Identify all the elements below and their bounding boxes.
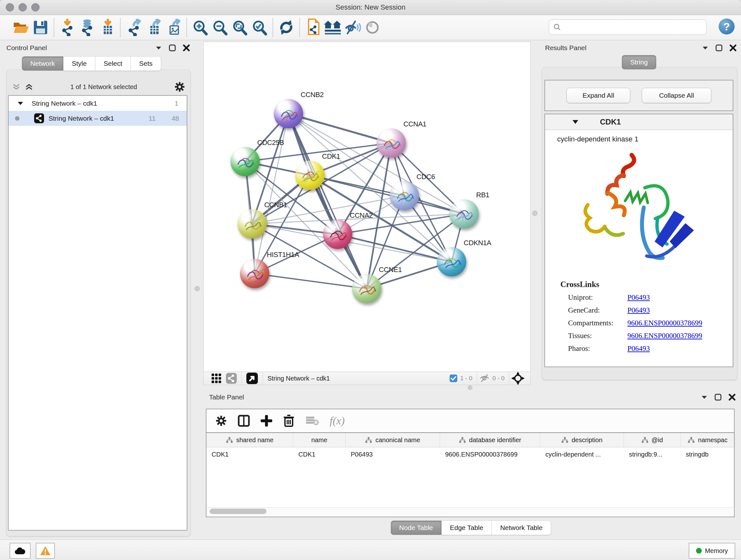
warnings-button[interactable] — [36, 543, 55, 559]
horizontal-splitter-handle[interactable] — [468, 385, 472, 390]
close-panel-icon[interactable] — [183, 44, 190, 51]
zoom-out-button[interactable] — [210, 17, 230, 37]
show-columns-icon[interactable] — [238, 415, 250, 427]
tab-style[interactable]: Style — [64, 56, 95, 71]
network-node-CCNB2[interactable] — [274, 99, 303, 128]
tree-expander-icon[interactable] — [17, 101, 23, 106]
grid-view-icon[interactable] — [211, 373, 221, 383]
zoom-fit-button[interactable] — [230, 17, 250, 37]
table-cell[interactable]: P06493 — [346, 447, 440, 461]
network-node-CDK1[interactable] — [295, 161, 325, 190]
crosslink-value-link[interactable]: P06493 — [627, 306, 650, 314]
column-header--id[interactable]: @id — [624, 433, 681, 447]
network-row[interactable]: String Network – cdk1 11 48 — [9, 111, 187, 126]
search-input[interactable] — [549, 19, 706, 35]
left-splitter-handle[interactable] — [195, 286, 200, 291]
column-header-shared-name[interactable]: shared name — [206, 433, 293, 447]
table-cell[interactable]: cyclin-dependent ... — [540, 447, 624, 461]
expand-all-button[interactable]: Expand All — [566, 88, 630, 103]
close-panel-icon[interactable] — [730, 44, 737, 51]
network-node-CDC6[interactable] — [390, 181, 419, 210]
gray-eye-button[interactable] — [362, 17, 382, 37]
zoom-in-button[interactable] — [190, 17, 210, 37]
network-collection-row[interactable]: String Network – cdk1 1 — [9, 96, 187, 111]
close-panel-icon[interactable] — [729, 394, 736, 401]
open-session-button[interactable] — [11, 17, 30, 37]
column-header-name[interactable]: name — [293, 433, 346, 447]
table-cell[interactable]: stringdb:9... — [624, 447, 681, 461]
export-table-button[interactable] — [144, 17, 163, 37]
network-edge-CCNB2-CCNA1[interactable] — [288, 114, 391, 143]
network-edge-CCNB2-CCNE1[interactable] — [288, 114, 367, 289]
help-button[interactable]: ? — [719, 18, 735, 35]
selected-checkbox-icon[interactable] — [449, 374, 458, 382]
import-table-button[interactable] — [97, 17, 117, 37]
network-node-CDC25B[interactable] — [230, 147, 260, 176]
table-gear-icon[interactable] — [215, 415, 227, 427]
crosslink-value-link[interactable]: P06493 — [627, 294, 650, 302]
right-splitter-handle[interactable] — [532, 211, 537, 216]
table-row[interactable]: CDK1CDK1P064939606.ENSP00000378699cyclin… — [206, 447, 734, 461]
birdseye-view-icon[interactable] — [246, 372, 258, 384]
network-node-CCNE1[interactable] — [352, 274, 381, 303]
add-column-icon[interactable] — [261, 415, 272, 427]
save-session-button[interactable] — [30, 17, 51, 37]
delete-column-icon[interactable] — [283, 415, 294, 427]
cloud-button[interactable] — [10, 543, 30, 559]
panel-menu-icon[interactable] — [702, 46, 709, 50]
tab-node-table[interactable]: Node Table — [391, 520, 442, 535]
hide-panels-button[interactable] — [343, 17, 362, 37]
tab-edge-table[interactable]: Edge Table — [442, 520, 492, 535]
panel-menu-icon[interactable] — [155, 46, 162, 50]
expand-all-icon[interactable] — [25, 83, 33, 91]
float-panel-icon[interactable] — [715, 394, 722, 401]
collapse-entry-icon[interactable] — [572, 119, 579, 125]
import-network-button[interactable] — [57, 17, 77, 37]
network-node-HIST1H1A[interactable] — [240, 259, 269, 288]
collapse-all-icon[interactable] — [12, 83, 20, 91]
collapse-all-button[interactable]: Collapse All — [642, 88, 711, 103]
tab-network[interactable]: Network — [22, 56, 64, 71]
crosslink-value-link[interactable]: P06493 — [627, 345, 650, 353]
column-header-description[interactable]: description — [540, 433, 624, 447]
gear-icon[interactable] — [174, 81, 185, 92]
crosslink-value-link[interactable]: 9606.ENSP00000378699 — [627, 332, 702, 340]
column-header-database-identifier[interactable]: database identifier — [440, 433, 540, 447]
network-node-CDKN1A[interactable] — [437, 247, 466, 276]
network-node-CCNA2[interactable] — [323, 220, 352, 249]
tab-network-table[interactable]: Network Table — [492, 520, 551, 535]
network-node-RB1[interactable] — [449, 199, 479, 229]
share-view-icon[interactable] — [226, 373, 237, 384]
zoom-selected-button[interactable] — [250, 17, 269, 37]
network-edge-CDK1-RB1[interactable] — [310, 175, 464, 214]
panel-menu-icon[interactable] — [701, 395, 708, 399]
column-header-namespac[interactable]: namespac — [681, 433, 735, 447]
table-cell[interactable]: 9606.ENSP00000378699 — [440, 447, 540, 461]
string-document-button[interactable] — [303, 17, 323, 37]
network-edge-HIST1H1A-CCNE1[interactable] — [255, 273, 367, 289]
float-panel-icon[interactable] — [716, 44, 723, 51]
tab-sets[interactable]: Sets — [131, 56, 161, 71]
network-canvas[interactable]: CCNB2CCNA1CDC25BCDK1CDC6RB1CCNB1CCNA2CDK… — [203, 42, 531, 372]
import-database-button[interactable] — [77, 17, 97, 37]
table-cell[interactable]: stringdb — [681, 447, 735, 461]
tab-select[interactable]: Select — [95, 56, 131, 71]
export-image-button[interactable] — [163, 17, 183, 37]
network-node-CCNA1[interactable] — [377, 128, 406, 158]
memory-button[interactable]: Memory — [689, 543, 735, 559]
float-panel-icon[interactable] — [169, 44, 176, 51]
column-header-canonical-name[interactable]: canonical name — [346, 433, 440, 447]
scrollbar-thumb[interactable] — [210, 509, 266, 514]
export-network-button[interactable] — [124, 17, 144, 37]
home-pages-button[interactable] — [323, 17, 343, 37]
refresh-layout-button[interactable] — [276, 17, 296, 37]
table-horizontal-scrollbar[interactable] — [207, 507, 733, 515]
crosslink-value-link[interactable]: 9606.ENSP00000378699 — [627, 319, 702, 327]
tab-string[interactable]: String — [622, 55, 657, 70]
network-node-CCNB1[interactable] — [238, 209, 267, 239]
crosslink-row: Uniprot:P06493 — [568, 294, 733, 302]
table-cell[interactable]: CDK1 — [206, 447, 293, 461]
network-edge-CCNB2-HIST1H1A[interactable] — [255, 114, 288, 273]
table-cell[interactable]: CDK1 — [293, 447, 346, 461]
fit-selected-icon[interactable] — [511, 372, 525, 385]
